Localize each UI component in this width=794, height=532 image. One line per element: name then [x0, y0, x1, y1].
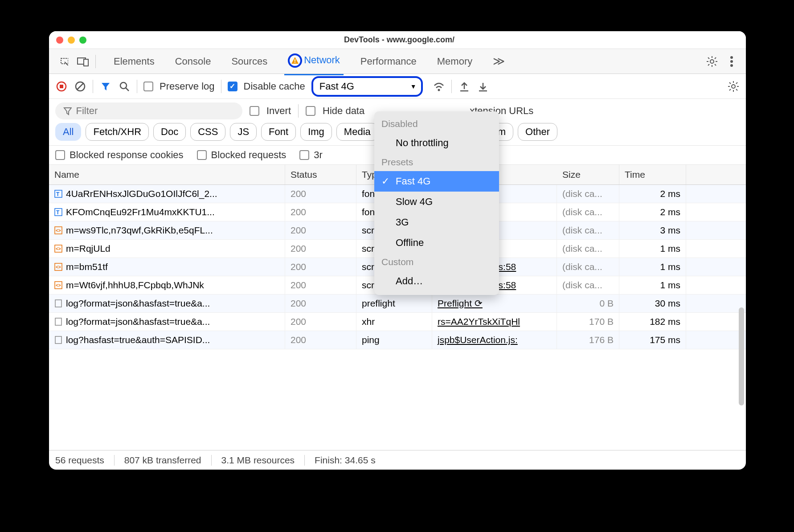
cell-size: (disk ca...	[557, 185, 619, 203]
cell-status: 200	[285, 221, 356, 239]
svg-line-10	[708, 57, 709, 59]
tabs-overflow[interactable]: ≫	[489, 48, 508, 74]
throttling-select[interactable]: Fast 4G	[311, 76, 423, 97]
file-type-icon	[54, 299, 62, 307]
status-finish: Finish: 34.65 s	[305, 455, 385, 466]
svg-rect-48	[55, 318, 61, 325]
svg-point-26	[732, 85, 735, 88]
svg-line-31	[729, 82, 731, 84]
scrollbar[interactable]	[739, 307, 744, 405]
cell-initiator[interactable]: Preflight ⟳	[432, 295, 557, 312]
download-har-icon[interactable]	[477, 80, 489, 93]
window-title: DevTools - www.google.com/	[86, 35, 712, 45]
cell-type: preflight	[356, 295, 432, 312]
svg-rect-49	[55, 336, 61, 344]
filter-input[interactable]	[76, 105, 234, 117]
svg-rect-3	[295, 59, 295, 61]
tab-sources[interactable]: Sources	[228, 49, 271, 74]
cell-time: 175 ms	[619, 331, 686, 349]
tab-elements[interactable]: Elements	[110, 49, 158, 74]
cell-size: 170 B	[557, 313, 619, 331]
table-row[interactable]: log?format=json&hasfast=true&a...200pref…	[49, 295, 746, 313]
cell-status: 200	[285, 276, 356, 294]
status-transferred: 807 kB transferred	[115, 455, 212, 466]
file-type-icon: <>	[54, 226, 62, 234]
tab-console[interactable]: Console	[172, 49, 215, 74]
network-toolbar: Preserve log Disable cache Fast 4G	[49, 74, 746, 99]
chip-media[interactable]: Media	[336, 123, 378, 141]
tab-performance[interactable]: Performance	[357, 49, 420, 74]
tab-network[interactable]: Network	[284, 47, 344, 75]
dd-offline[interactable]: Offline	[374, 233, 499, 253]
blocked-response-cookies-checkbox[interactable]	[55, 150, 65, 160]
disable-cache-checkbox[interactable]	[228, 82, 237, 91]
filter-toggle-icon[interactable]	[99, 80, 112, 93]
cell-name: <>m=bm51tf	[49, 258, 285, 276]
status-bar: 56 requests 807 kB transferred 3.1 MB re…	[49, 450, 746, 470]
cell-time: 182 ms	[619, 313, 686, 331]
preserve-log-checkbox[interactable]	[143, 82, 153, 91]
svg-text:T: T	[56, 191, 60, 197]
col-name[interactable]: Name	[49, 165, 285, 184]
table-row[interactable]: log?format=json&hasfast=true&a...200xhrr…	[49, 313, 746, 331]
clear-button[interactable]	[74, 80, 86, 93]
cell-initiator[interactable]: jspb$UserAction.js:	[432, 331, 557, 349]
throttling-value: Fast 4G	[319, 81, 354, 92]
cell-name: log?format=json&hasfast=true&a...	[49, 313, 285, 331]
dd-slow-4g[interactable]: Slow 4G	[374, 192, 499, 212]
chip-img[interactable]: Img	[300, 123, 332, 141]
cell-name: TKFOmCnqEu92Fr1Mu4mxKKTU1...	[49, 203, 285, 221]
maximize-window-button[interactable]	[79, 37, 86, 44]
svg-point-14	[730, 56, 733, 59]
dd-fast-4g[interactable]: Fast 4G	[374, 171, 499, 192]
warning-badge-icon	[288, 53, 302, 68]
chip-doc[interactable]: Doc	[153, 123, 186, 141]
panel-settings-gear-icon[interactable]	[727, 80, 740, 93]
cell-time: 2 ms	[619, 203, 686, 221]
device-toolbar-icon[interactable]	[77, 55, 89, 68]
chip-font[interactable]: Font	[261, 123, 296, 141]
table-row[interactable]: log?hasfast=true&auth=SAPISID...200pingj…	[49, 331, 746, 349]
chip-js[interactable]: JS	[230, 123, 257, 141]
dd-add-custom[interactable]: Add…	[374, 271, 499, 291]
blocked-requests-checkbox[interactable]	[197, 150, 207, 160]
invert-checkbox[interactable]	[250, 106, 259, 116]
search-icon[interactable]	[118, 80, 131, 93]
third-party-checkbox[interactable]	[299, 150, 309, 160]
throttling-dropdown: Disabled No throttling Presets Fast 4G S…	[374, 111, 499, 295]
cell-status: 200	[285, 331, 356, 349]
chip-fetch-xhr[interactable]: Fetch/XHR	[86, 123, 149, 141]
record-button[interactable]	[55, 80, 68, 93]
settings-gear-icon[interactable]	[706, 55, 718, 68]
chip-other[interactable]: Other	[518, 123, 557, 141]
svg-rect-0	[61, 58, 68, 64]
close-window-button[interactable]	[56, 37, 63, 44]
cell-status: 200	[285, 295, 356, 312]
col-status[interactable]: Status	[285, 165, 356, 184]
upload-har-icon[interactable]	[458, 80, 471, 93]
col-size[interactable]: Size	[557, 165, 619, 184]
kebab-menu-icon[interactable]	[725, 55, 738, 68]
minimize-window-button[interactable]	[68, 37, 75, 44]
cell-size: (disk ca...	[557, 203, 619, 221]
network-conditions-icon[interactable]	[433, 80, 445, 93]
cell-name: <>m=RqjULd	[49, 240, 285, 258]
cell-name: <>m=Wt6vjf,hhhU8,FCpbqb,WhJNk	[49, 276, 285, 294]
hide-data-urls-checkbox[interactable]	[306, 106, 315, 116]
chip-css[interactable]: CSS	[190, 123, 225, 141]
cell-time: 2 ms	[619, 185, 686, 203]
col-time[interactable]: Time	[619, 165, 686, 184]
svg-text:T: T	[56, 209, 60, 216]
cell-status: 200	[285, 313, 356, 331]
dd-group-custom: Custom	[374, 253, 499, 271]
file-type-icon	[54, 336, 62, 344]
file-type-icon: T	[54, 190, 62, 198]
cell-initiator[interactable]: rs=AA2YrTskXiTqHl	[432, 313, 557, 331]
inspect-icon[interactable]	[58, 55, 70, 68]
dd-3g[interactable]: 3G	[374, 212, 499, 233]
file-type-icon: <>	[54, 263, 62, 271]
svg-rect-2	[84, 59, 88, 66]
tab-memory[interactable]: Memory	[434, 49, 476, 74]
dd-no-throttling[interactable]: No throttling	[374, 133, 499, 153]
chip-all[interactable]: All	[55, 123, 81, 141]
